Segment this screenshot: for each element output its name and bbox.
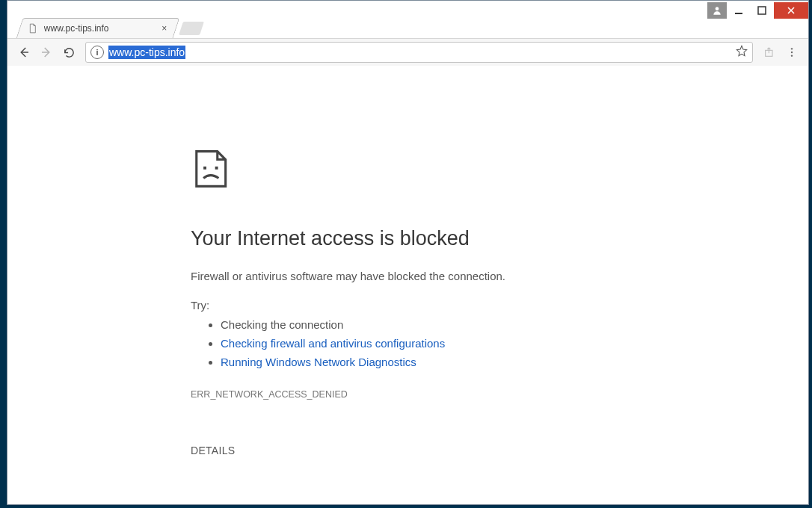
suggestion-item: Checking firewall and antivirus configur… bbox=[221, 335, 654, 353]
svg-rect-2 bbox=[758, 7, 766, 14]
svg-point-0 bbox=[716, 7, 719, 10]
suggestion-list: Checking the connection Checking firewal… bbox=[191, 316, 654, 371]
tab-favicon bbox=[28, 23, 38, 34]
reload-icon bbox=[63, 46, 76, 59]
svg-rect-12 bbox=[215, 167, 218, 170]
svg-point-9 bbox=[791, 52, 793, 53]
details-button[interactable]: DETAILS bbox=[191, 444, 654, 456]
svg-point-10 bbox=[791, 55, 793, 56]
window-minimize-button[interactable] bbox=[728, 2, 750, 19]
active-tab[interactable]: www.pc-tips.info × bbox=[16, 18, 180, 38]
user-icon bbox=[712, 5, 722, 16]
try-label: Try: bbox=[191, 299, 654, 312]
omnibox-url: www.pc-tips.info bbox=[108, 46, 185, 59]
viewport: Your Internet access is blocked Firewall… bbox=[7, 66, 808, 504]
share-icon bbox=[763, 46, 775, 58]
arrow-right-icon bbox=[40, 46, 53, 59]
chrome-menu-button[interactable] bbox=[781, 42, 802, 63]
new-tab-button[interactable] bbox=[179, 22, 204, 35]
suggestion-link-diagnostics[interactable]: Running Windows Network Diagnostics bbox=[221, 356, 416, 368]
error-code: ERR_NETWORK_ACCESS_DENIED bbox=[191, 389, 654, 400]
suggestion-link-firewall[interactable]: Checking firewall and antivirus configur… bbox=[221, 337, 445, 350]
reload-button[interactable] bbox=[58, 42, 79, 63]
star-icon bbox=[736, 45, 748, 57]
more-vertical-icon bbox=[786, 46, 798, 58]
site-info-button[interactable]: i bbox=[90, 46, 104, 59]
window-titlebar bbox=[707, 1, 808, 20]
tabstrip: www.pc-tips.info × bbox=[7, 17, 808, 38]
window-user-button[interactable] bbox=[707, 2, 727, 19]
suggestion-item: Running Windows Network Diagnostics bbox=[221, 353, 654, 372]
minimize-icon bbox=[734, 6, 743, 15]
error-description: Firewall or antivirus software may have … bbox=[191, 270, 654, 282]
info-icon: i bbox=[96, 48, 98, 57]
suggestion-item: Checking the connection bbox=[221, 316, 654, 335]
tab-title: www.pc-tips.info bbox=[44, 23, 159, 34]
bookmark-button[interactable] bbox=[736, 45, 748, 60]
arrow-left-icon bbox=[17, 46, 31, 59]
svg-point-8 bbox=[791, 48, 793, 49]
maximize-icon bbox=[757, 6, 766, 15]
page-icon bbox=[28, 23, 38, 34]
share-button[interactable] bbox=[759, 42, 780, 63]
svg-rect-11 bbox=[203, 167, 206, 170]
svg-rect-1 bbox=[735, 13, 742, 14]
omnibox[interactable]: i www.pc-tips.info bbox=[85, 42, 753, 63]
back-button[interactable] bbox=[13, 42, 34, 63]
sad-page-icon bbox=[191, 148, 236, 193]
tab-close-button[interactable]: × bbox=[159, 23, 170, 34]
error-title: Your Internet access is blocked bbox=[191, 227, 654, 250]
window-close-button[interactable] bbox=[774, 2, 808, 19]
close-icon bbox=[787, 6, 796, 15]
forward-button[interactable] bbox=[36, 42, 57, 63]
toolbar: i www.pc-tips.info bbox=[7, 38, 808, 66]
error-page: Your Internet access is blocked Firewall… bbox=[191, 148, 654, 456]
browser-window: www.pc-tips.info × i bbox=[7, 0, 809, 505]
window-maximize-button[interactable] bbox=[751, 2, 773, 19]
